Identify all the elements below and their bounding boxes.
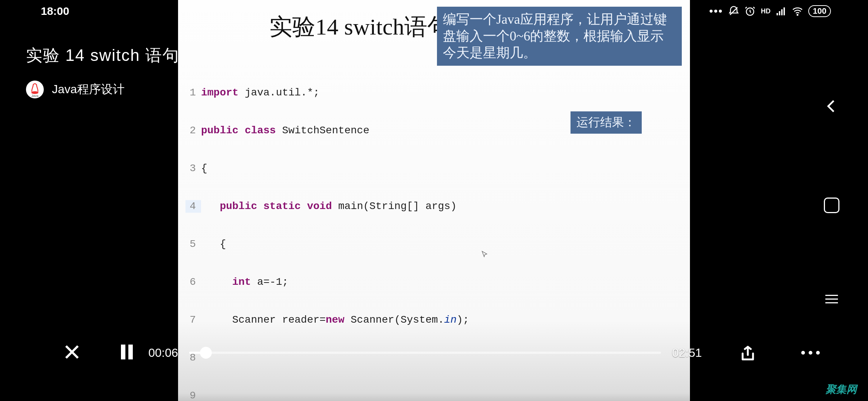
svg-rect-4 xyxy=(781,9,783,15)
svg-rect-2 xyxy=(777,13,778,15)
author-name[interactable]: Java程序设计 xyxy=(52,81,125,98)
alarm-icon xyxy=(744,6,756,17)
back-button[interactable] xyxy=(823,98,840,116)
current-time: 00:06 xyxy=(148,346,178,360)
mouse-cursor-icon xyxy=(481,250,489,261)
menu-button[interactable] xyxy=(825,295,838,303)
progress-thumb[interactable] xyxy=(200,347,212,359)
battery-level: 100 xyxy=(808,5,831,17)
avatar[interactable]: Java xyxy=(26,81,44,98)
watermark: 聚集网 xyxy=(826,382,857,397)
pause-button[interactable] xyxy=(118,343,136,362)
status-bar: 18:00 ••• HD 100 xyxy=(0,0,868,22)
video-info: 实验 14 switch 语句 Java Java程序设计 xyxy=(26,45,180,98)
author-row[interactable]: Java Java程序设计 xyxy=(26,81,180,98)
svg-rect-10 xyxy=(121,345,125,359)
result-label: 运行结果： xyxy=(571,111,642,134)
share-button[interactable] xyxy=(739,345,757,364)
video-content[interactable]: 实验14 switch语句 编写一个Java应用程序，让用户通过键盘输入一个0~… xyxy=(178,0,690,401)
close-button[interactable] xyxy=(63,343,81,362)
status-dots-icon: ••• xyxy=(709,5,723,17)
svg-rect-5 xyxy=(784,7,785,15)
recent-apps-button[interactable] xyxy=(824,198,839,213)
svg-point-7 xyxy=(31,91,38,94)
svg-rect-11 xyxy=(128,345,133,359)
more-button[interactable] xyxy=(801,351,820,355)
svg-point-6 xyxy=(797,14,798,16)
progress-track[interactable] xyxy=(189,352,661,354)
mute-icon xyxy=(728,6,739,17)
signal-icon xyxy=(776,6,787,17)
duration: 02:51 xyxy=(672,346,702,360)
status-right: ••• HD 100 xyxy=(709,5,831,17)
svg-rect-3 xyxy=(779,11,780,15)
status-time: 18:00 xyxy=(41,5,69,17)
system-nav xyxy=(813,0,850,401)
player-controls: 00:06 02:51 xyxy=(63,342,820,364)
wifi-icon xyxy=(792,6,803,17)
hd-icon: HD xyxy=(761,7,770,15)
video-title: 实验 14 switch 语句 xyxy=(26,45,180,66)
